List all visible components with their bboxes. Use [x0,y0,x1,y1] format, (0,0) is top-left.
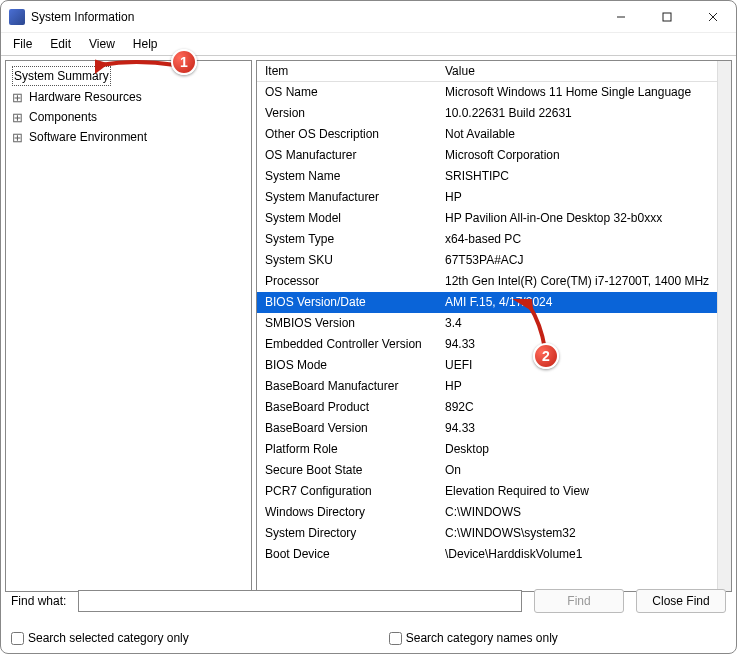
cell-value: 892C [437,397,717,418]
cell-item: Version [257,103,437,124]
header-item[interactable]: Item [257,61,437,81]
cell-item: System Name [257,166,437,187]
cell-item: SMBIOS Version [257,313,437,334]
cell-item: System Type [257,229,437,250]
tree-software-environment[interactable]: ⊞ Software Environment [8,127,249,147]
cell-value: HP [437,376,717,397]
detail-inner: Item Value OS NameMicrosoft Windows 11 H… [257,61,717,591]
column-headers: Item Value [257,61,717,82]
vertical-scrollbar[interactable] [717,61,731,591]
minimize-button[interactable] [598,1,644,33]
table-row[interactable]: BIOS Version/DateAMI F.15, 4/17/2024 [257,292,717,313]
table-row[interactable]: BIOS ModeUEFI [257,355,717,376]
table-row[interactable]: OS NameMicrosoft Windows 11 Home Single … [257,82,717,103]
cell-item: System SKU [257,250,437,271]
cell-value: Elevation Required to View [437,481,717,502]
find-label: Find what: [11,594,66,608]
tree-label: Software Environment [27,128,149,146]
close-find-button[interactable]: Close Find [636,589,726,613]
cell-value: HP [437,187,717,208]
table-row[interactable]: Processor12th Gen Intel(R) Core(TM) i7-1… [257,271,717,292]
cell-item: Windows Directory [257,502,437,523]
cell-item: Secure Boot State [257,460,437,481]
check-selected-category[interactable]: Search selected category only [11,631,189,645]
cell-item: BaseBoard Version [257,418,437,439]
table-row[interactable]: Other OS DescriptionNot Available [257,124,717,145]
rows-container: OS NameMicrosoft Windows 11 Home Single … [257,82,717,590]
table-row[interactable]: SMBIOS Version3.4 [257,313,717,334]
cell-value: 3.4 [437,313,717,334]
cell-value: Microsoft Windows 11 Home Single Languag… [437,82,717,103]
cell-item: BIOS Version/Date [257,292,437,313]
table-row[interactable]: BaseBoard Version94.33 [257,418,717,439]
cell-item: Processor [257,271,437,292]
cell-value: Not Available [437,124,717,145]
close-button[interactable] [690,1,736,33]
table-row[interactable]: PCR7 ConfigurationElevation Required to … [257,481,717,502]
svg-rect-0 [663,13,671,21]
menu-edit[interactable]: Edit [42,35,79,53]
table-row[interactable]: System ManufacturerHP [257,187,717,208]
maximize-button[interactable] [644,1,690,33]
titlebar: System Information [1,1,736,33]
table-row[interactable]: System SKU67T53PA#ACJ [257,250,717,271]
find-options: Search selected category only Search cat… [1,629,736,647]
table-row[interactable]: System Typex64-based PC [257,229,717,250]
cell-value: Desktop [437,439,717,460]
expand-icon[interactable]: ⊞ [12,92,23,103]
table-row[interactable]: System ModelHP Pavilion All-in-One Deskt… [257,208,717,229]
tree-label: Components [27,108,99,126]
cell-value: On [437,460,717,481]
content-area: System Summary ⊞ Hardware Resources ⊞ Co… [1,56,736,596]
tree-hardware-resources[interactable]: ⊞ Hardware Resources [8,87,249,107]
find-input[interactable] [78,590,522,612]
cell-value: 94.33 [437,418,717,439]
category-tree: System Summary ⊞ Hardware Resources ⊞ Co… [5,60,252,592]
cell-item: OS Name [257,82,437,103]
window-title: System Information [31,10,598,24]
cell-value: x64-based PC [437,229,717,250]
cell-item: BIOS Mode [257,355,437,376]
cell-value: HP Pavilion All-in-One Desktop 32-b0xxx [437,208,717,229]
cell-value: C:\WINDOWS [437,502,717,523]
cell-item: PCR7 Configuration [257,481,437,502]
find-button[interactable]: Find [534,589,624,613]
table-row[interactable]: Embedded Controller Version94.33 [257,334,717,355]
table-row[interactable]: BaseBoard ManufacturerHP [257,376,717,397]
header-value[interactable]: Value [437,61,717,81]
cell-item: Platform Role [257,439,437,460]
table-row[interactable]: System NameSRISHTIPC [257,166,717,187]
app-icon [9,9,25,25]
cell-item: Boot Device [257,544,437,565]
expand-icon[interactable]: ⊞ [12,112,23,123]
table-row[interactable]: BaseBoard Product892C [257,397,717,418]
cell-item: OS Manufacturer [257,145,437,166]
table-row[interactable]: OS ManufacturerMicrosoft Corporation [257,145,717,166]
tree-label: Hardware Resources [27,88,144,106]
cell-value: \Device\HarddiskVolume1 [437,544,717,565]
table-row[interactable]: Platform RoleDesktop [257,439,717,460]
cell-value: 10.0.22631 Build 22631 [437,103,717,124]
cell-item: BaseBoard Manufacturer [257,376,437,397]
check-category-names[interactable]: Search category names only [389,631,558,645]
table-row[interactable]: Secure Boot StateOn [257,460,717,481]
detail-pane: Item Value OS NameMicrosoft Windows 11 H… [256,60,732,592]
cell-value: AMI F.15, 4/17/2024 [437,292,717,313]
tree-components[interactable]: ⊞ Components [8,107,249,127]
table-row[interactable]: System DirectoryC:\WINDOWS\system32 [257,523,717,544]
annotation-badge-1: 1 [171,49,197,75]
checkbox-category-names[interactable] [389,632,402,645]
cell-item: System Directory [257,523,437,544]
menu-file[interactable]: File [5,35,40,53]
cell-item: System Manufacturer [257,187,437,208]
table-row[interactable]: Windows DirectoryC:\WINDOWS [257,502,717,523]
cell-value: Microsoft Corporation [437,145,717,166]
cell-value: 94.33 [437,334,717,355]
expand-icon[interactable]: ⊞ [12,132,23,143]
cell-item: Embedded Controller Version [257,334,437,355]
cell-value: C:\WINDOWS\system32 [437,523,717,544]
table-row[interactable]: Boot Device\Device\HarddiskVolume1 [257,544,717,565]
checkbox-selected-category[interactable] [11,632,24,645]
cell-item: Other OS Description [257,124,437,145]
table-row[interactable]: Version10.0.22631 Build 22631 [257,103,717,124]
